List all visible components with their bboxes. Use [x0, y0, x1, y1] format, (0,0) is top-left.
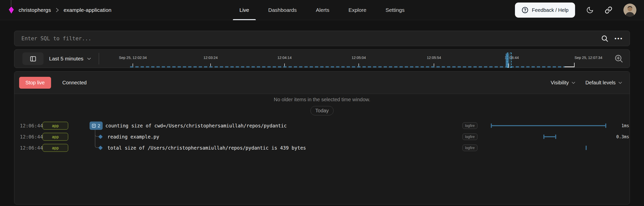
- connection-status: Connected: [62, 80, 87, 86]
- time-range-select[interactable]: Last 5 minutes: [49, 56, 92, 62]
- zoom-in-icon: [614, 54, 624, 63]
- timeline-end-segment: [565, 66, 575, 67]
- avatar-photo: [623, 4, 636, 17]
- tab-alerts-label: Alerts: [316, 7, 329, 13]
- more-options-icon[interactable]: •••: [615, 36, 623, 42]
- divider: [99, 53, 99, 64]
- logfire-tag-badge: logfire: [462, 122, 477, 129]
- timeline-tick-label: Sep 25, 12:02:34: [119, 56, 147, 60]
- tab-explore[interactable]: Explore: [348, 0, 366, 20]
- span-bar: [491, 125, 606, 126]
- log-message: reading example.py: [107, 134, 159, 140]
- span-bar: [543, 136, 556, 137]
- span-duration-track: [488, 142, 609, 153]
- log-timestamp: 12:06:44: [20, 134, 43, 140]
- span-duration: 1ms: [607, 123, 629, 128]
- time-range-label: Last 5 minutes: [49, 56, 84, 62]
- user-avatar[interactable]: [623, 4, 636, 17]
- today-chip[interactable]: Today: [310, 106, 333, 115]
- visibility-dropdown[interactable]: Visibility: [551, 80, 576, 86]
- breadcrumb-org[interactable]: christophergs: [19, 7, 51, 13]
- tab-live[interactable]: Live: [239, 0, 249, 20]
- log-message: total size of /Users/christophersamiulla…: [107, 145, 306, 151]
- tab-alerts[interactable]: Alerts: [316, 0, 329, 20]
- log-timestamp: 12:06:44: [20, 123, 43, 128]
- span-bar-cap: [605, 124, 606, 128]
- top-nav-actions: Feedback / Help: [515, 0, 636, 20]
- default-levels-label: Default levels: [585, 80, 616, 86]
- span-duration: 0.3ms: [607, 134, 629, 139]
- log-row[interactable]: 12:06:44 app reading example.py logfire …: [14, 131, 630, 142]
- active-tab-indicator: [233, 19, 256, 20]
- breadcrumb: christophergs example-application: [9, 7, 111, 14]
- chevron-down-icon: [571, 80, 576, 85]
- child-count: 2: [98, 123, 100, 128]
- chevron-down-icon: [87, 56, 92, 61]
- live-controls-bar: Stop live Connected Visibility Default l…: [14, 72, 630, 94]
- span-diamond-icon: [98, 146, 103, 150]
- moon-icon: [586, 6, 594, 14]
- top-nav: christophergs example-application Live D…: [0, 0, 644, 20]
- timeline-tick-label: 12:04:14: [277, 56, 292, 60]
- span-duration-track: [488, 120, 609, 131]
- log-row[interactable]: 12:06:44 app total size of /Users/christ…: [14, 142, 630, 153]
- sql-filter-input[interactable]: [21, 36, 601, 42]
- tab-settings[interactable]: Settings: [385, 0, 405, 20]
- live-view-panel: Stop live Connected Visibility Default l…: [14, 71, 630, 204]
- sql-filter-bar: •••: [14, 31, 630, 46]
- search-icon[interactable]: [601, 35, 609, 42]
- chevron-down-icon: [618, 80, 623, 85]
- zoom-in-button[interactable]: [614, 54, 624, 63]
- span-bar-cap: [555, 135, 556, 139]
- scope-badge: app: [43, 144, 68, 152]
- log-row[interactable]: 12:06:44 app 2 counting size of cwd=/Use…: [14, 120, 630, 131]
- sidebar-toggle-button[interactable]: [22, 52, 44, 65]
- timeline-selection-box[interactable]: [507, 53, 512, 68]
- log-rows: 12:06:44 app 2 counting size of cwd=/Use…: [14, 120, 630, 153]
- default-levels-dropdown[interactable]: Default levels: [585, 80, 623, 86]
- panel-left-icon: [30, 55, 36, 62]
- live-bar-dropdowns: Visibility Default levels: [551, 80, 623, 86]
- log-message: counting size of cwd=/Users/christophers…: [105, 123, 287, 128]
- timeline-minimap[interactable]: Sep 25, 12:02:34 12:03:24 12:04:14 12:05…: [113, 50, 607, 68]
- scope-badge: app: [43, 133, 68, 141]
- collapse-minus-icon: [92, 124, 96, 128]
- timeline-tick-label: 12:05:04: [352, 56, 366, 60]
- filter-actions: •••: [601, 35, 623, 42]
- tab-dashboards[interactable]: Dashboards: [268, 0, 297, 20]
- link-icon: [605, 6, 612, 14]
- scope-badge: app: [43, 122, 68, 130]
- theme-toggle-button[interactable]: [586, 6, 594, 14]
- logo-pointer-line: [11, 0, 11, 6]
- visibility-label: Visibility: [551, 80, 569, 86]
- time-range-bar: Last 5 minutes Sep 25, 12:02:34 12:03:24…: [14, 49, 630, 68]
- span-diamond-icon: [98, 134, 103, 139]
- empty-window-notice: No older items in the selected time wind…: [14, 97, 630, 102]
- breadcrumb-separator-icon: [56, 8, 59, 13]
- log-point-tick: [586, 146, 587, 150]
- timeline-tick-label: 12:05:54: [427, 56, 441, 60]
- share-link-button[interactable]: [605, 6, 612, 14]
- timeline-current-tick: [508, 63, 509, 68]
- tab-dashboards-label: Dashboards: [268, 7, 297, 13]
- stop-live-button[interactable]: Stop live: [19, 77, 51, 89]
- help-circle-icon: [521, 7, 529, 14]
- log-timestamp: 12:06:44: [20, 145, 43, 151]
- logfire-logo-icon[interactable]: [9, 7, 14, 14]
- timeline-tick-label: Sep 25, 12:07:34: [575, 56, 602, 60]
- timeline-end-tick: [574, 63, 575, 67]
- span-duration-track: [488, 131, 609, 142]
- feedback-help-button[interactable]: Feedback / Help: [515, 3, 575, 18]
- timeline-tick-label: 12:03:24: [204, 56, 218, 60]
- feedback-help-label: Feedback / Help: [532, 7, 569, 13]
- tab-settings-label: Settings: [385, 7, 405, 13]
- tab-explore-label: Explore: [348, 7, 366, 13]
- logfire-tag-badge: logfire: [462, 145, 477, 151]
- breadcrumb-project[interactable]: example-application: [64, 7, 112, 13]
- main-nav: Live Dashboards Alerts Explore Settings: [239, 0, 405, 20]
- timeline-activity-dashes: [130, 66, 565, 67]
- collapse-children-button[interactable]: 2: [90, 122, 103, 130]
- logfire-tag-badge: logfire: [462, 133, 477, 140]
- tab-live-label: Live: [239, 7, 249, 13]
